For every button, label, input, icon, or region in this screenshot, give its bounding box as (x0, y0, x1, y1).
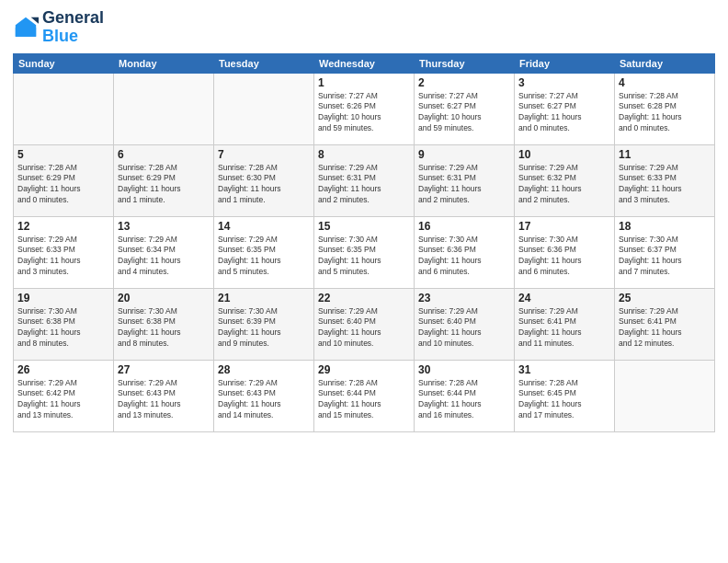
page: General Blue SundayMondayTuesdayWednesda… (0, 0, 728, 563)
week-row-0: 1Sunrise: 7:27 AM Sunset: 6:26 PM Daylig… (14, 73, 715, 144)
logo-icon (13, 15, 39, 40)
day-number: 28 (218, 363, 310, 376)
weekday-header-monday: Monday (114, 53, 214, 73)
weekday-header-thursday: Thursday (415, 53, 515, 73)
day-info: Sunrise: 7:28 AM Sunset: 6:29 PM Dayligh… (17, 163, 109, 207)
day-info: Sunrise: 7:29 AM Sunset: 6:43 PM Dayligh… (118, 378, 210, 422)
day-info: Sunrise: 7:28 AM Sunset: 6:44 PM Dayligh… (318, 378, 410, 422)
day-number: 22 (318, 292, 410, 304)
calendar: SundayMondayTuesdayWednesdayThursdayFrid… (13, 53, 715, 432)
calendar-cell: 14Sunrise: 7:29 AM Sunset: 6:35 PM Dayli… (214, 216, 314, 288)
day-info: Sunrise: 7:30 AM Sunset: 6:37 PM Dayligh… (619, 235, 711, 279)
calendar-cell: 22Sunrise: 7:29 AM Sunset: 6:40 PM Dayli… (314, 288, 415, 360)
calendar-cell: 7Sunrise: 7:28 AM Sunset: 6:30 PM Daylig… (214, 144, 314, 216)
day-info: Sunrise: 7:28 AM Sunset: 6:28 PM Dayligh… (619, 91, 711, 135)
day-info: Sunrise: 7:29 AM Sunset: 6:31 PM Dayligh… (418, 163, 510, 207)
logo-text: General Blue (42, 9, 104, 46)
calendar-cell: 4Sunrise: 7:28 AM Sunset: 6:28 PM Daylig… (615, 73, 715, 144)
calendar-cell: 11Sunrise: 7:29 AM Sunset: 6:33 PM Dayli… (615, 144, 715, 216)
week-row-1: 5Sunrise: 7:28 AM Sunset: 6:29 PM Daylig… (14, 144, 715, 216)
calendar-cell: 3Sunrise: 7:27 AM Sunset: 6:27 PM Daylig… (515, 73, 615, 144)
calendar-cell: 20Sunrise: 7:30 AM Sunset: 6:38 PM Dayli… (114, 288, 214, 360)
calendar-cell: 30Sunrise: 7:28 AM Sunset: 6:44 PM Dayli… (415, 360, 515, 431)
day-number: 25 (619, 292, 711, 304)
day-number: 12 (17, 220, 109, 233)
header: General Blue (13, 9, 715, 46)
svg-rect-2 (16, 28, 36, 37)
calendar-cell: 18Sunrise: 7:30 AM Sunset: 6:37 PM Dayli… (615, 216, 715, 288)
calendar-cell: 12Sunrise: 7:29 AM Sunset: 6:33 PM Dayli… (14, 216, 114, 288)
day-number: 21 (218, 292, 310, 304)
calendar-cell (615, 360, 715, 431)
day-number: 29 (318, 363, 410, 376)
day-number: 27 (118, 363, 210, 376)
day-info: Sunrise: 7:29 AM Sunset: 6:41 PM Dayligh… (518, 306, 610, 350)
weekday-header-tuesday: Tuesday (214, 53, 314, 73)
day-number: 17 (518, 220, 610, 233)
calendar-cell (14, 73, 114, 144)
day-number: 4 (619, 76, 711, 89)
calendar-cell: 10Sunrise: 7:29 AM Sunset: 6:32 PM Dayli… (515, 144, 615, 216)
weekday-header-friday: Friday (515, 53, 615, 73)
logo: General Blue (13, 9, 104, 46)
day-info: Sunrise: 7:29 AM Sunset: 6:33 PM Dayligh… (17, 235, 109, 279)
calendar-cell: 6Sunrise: 7:28 AM Sunset: 6:29 PM Daylig… (114, 144, 214, 216)
day-info: Sunrise: 7:29 AM Sunset: 6:40 PM Dayligh… (318, 306, 410, 350)
day-info: Sunrise: 7:27 AM Sunset: 6:27 PM Dayligh… (518, 91, 610, 135)
weekday-header-wednesday: Wednesday (314, 53, 415, 73)
calendar-cell: 15Sunrise: 7:30 AM Sunset: 6:35 PM Dayli… (314, 216, 415, 288)
week-row-3: 19Sunrise: 7:30 AM Sunset: 6:38 PM Dayli… (14, 288, 715, 360)
day-number: 18 (619, 220, 711, 233)
calendar-cell: 28Sunrise: 7:29 AM Sunset: 6:43 PM Dayli… (214, 360, 314, 431)
day-number: 20 (118, 292, 210, 304)
week-row-4: 26Sunrise: 7:29 AM Sunset: 6:42 PM Dayli… (14, 360, 715, 431)
day-info: Sunrise: 7:27 AM Sunset: 6:26 PM Dayligh… (318, 91, 410, 135)
logo-line1: General (42, 9, 104, 28)
day-number: 1 (318, 76, 410, 89)
calendar-cell: 19Sunrise: 7:30 AM Sunset: 6:38 PM Dayli… (14, 288, 114, 360)
day-number: 23 (418, 292, 510, 304)
day-number: 30 (418, 363, 510, 376)
calendar-cell: 2Sunrise: 7:27 AM Sunset: 6:27 PM Daylig… (415, 73, 515, 144)
day-number: 10 (518, 148, 610, 161)
day-info: Sunrise: 7:30 AM Sunset: 6:38 PM Dayligh… (118, 306, 210, 350)
day-info: Sunrise: 7:28 AM Sunset: 6:30 PM Dayligh… (218, 163, 310, 207)
calendar-cell: 21Sunrise: 7:30 AM Sunset: 6:39 PM Dayli… (214, 288, 314, 360)
day-info: Sunrise: 7:30 AM Sunset: 6:36 PM Dayligh… (418, 235, 510, 279)
day-number: 7 (218, 148, 310, 161)
day-number: 13 (118, 220, 210, 233)
day-info: Sunrise: 7:30 AM Sunset: 6:36 PM Dayligh… (518, 235, 610, 279)
calendar-cell (214, 73, 314, 144)
calendar-cell (114, 73, 214, 144)
day-number: 9 (418, 148, 510, 161)
calendar-cell: 9Sunrise: 7:29 AM Sunset: 6:31 PM Daylig… (415, 144, 515, 216)
day-number: 26 (17, 363, 109, 376)
day-number: 19 (17, 292, 109, 304)
day-info: Sunrise: 7:29 AM Sunset: 6:33 PM Dayligh… (619, 163, 711, 207)
day-info: Sunrise: 7:30 AM Sunset: 6:35 PM Dayligh… (318, 235, 410, 279)
day-number: 2 (418, 76, 510, 89)
day-info: Sunrise: 7:29 AM Sunset: 6:35 PM Dayligh… (218, 235, 310, 279)
day-number: 8 (318, 148, 410, 161)
day-number: 24 (518, 292, 610, 304)
day-info: Sunrise: 7:29 AM Sunset: 6:32 PM Dayligh… (518, 163, 610, 207)
calendar-cell: 23Sunrise: 7:29 AM Sunset: 6:40 PM Dayli… (415, 288, 515, 360)
day-number: 6 (118, 148, 210, 161)
day-info: Sunrise: 7:28 AM Sunset: 6:45 PM Dayligh… (518, 378, 610, 422)
calendar-cell: 1Sunrise: 7:27 AM Sunset: 6:26 PM Daylig… (314, 73, 415, 144)
calendar-cell: 25Sunrise: 7:29 AM Sunset: 6:41 PM Dayli… (615, 288, 715, 360)
calendar-cell: 5Sunrise: 7:28 AM Sunset: 6:29 PM Daylig… (14, 144, 114, 216)
weekday-header-saturday: Saturday (615, 53, 715, 73)
day-number: 31 (518, 363, 610, 376)
day-info: Sunrise: 7:29 AM Sunset: 6:42 PM Dayligh… (17, 378, 109, 422)
weekday-header-sunday: Sunday (14, 53, 114, 73)
day-info: Sunrise: 7:29 AM Sunset: 6:31 PM Dayligh… (318, 163, 410, 207)
day-info: Sunrise: 7:29 AM Sunset: 6:43 PM Dayligh… (218, 378, 310, 422)
day-number: 11 (619, 148, 711, 161)
day-number: 5 (17, 148, 109, 161)
calendar-cell: 31Sunrise: 7:28 AM Sunset: 6:45 PM Dayli… (515, 360, 615, 431)
weekday-header-row: SundayMondayTuesdayWednesdayThursdayFrid… (14, 53, 715, 73)
week-row-2: 12Sunrise: 7:29 AM Sunset: 6:33 PM Dayli… (14, 216, 715, 288)
day-number: 16 (418, 220, 510, 233)
day-info: Sunrise: 7:29 AM Sunset: 6:34 PM Dayligh… (118, 235, 210, 279)
